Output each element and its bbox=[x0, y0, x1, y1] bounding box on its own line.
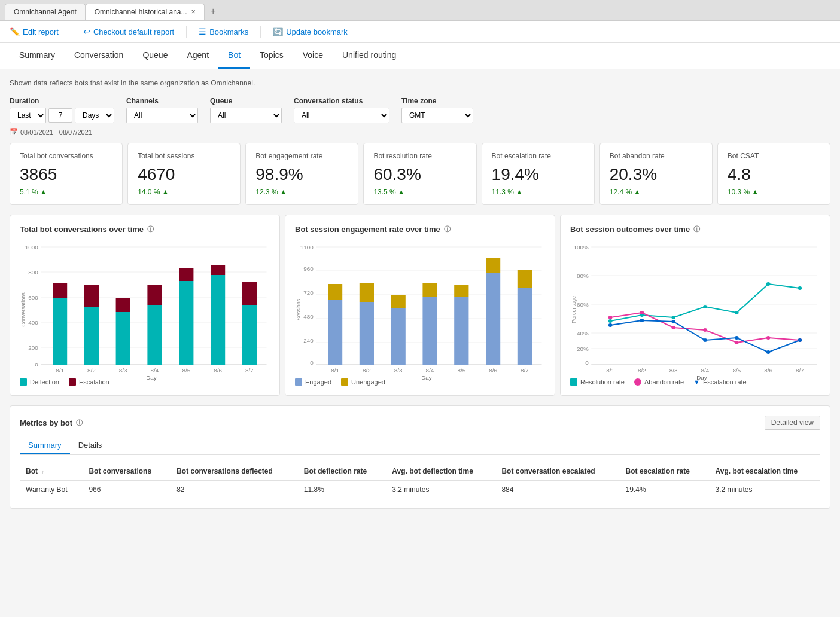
svg-point-98 bbox=[640, 319, 644, 322]
legend-abandon: Abandon rate bbox=[634, 378, 684, 386]
col-avg-escalation-time[interactable]: Avg. bot escalation time bbox=[709, 462, 820, 481]
svg-text:0: 0 bbox=[35, 361, 38, 367]
legend-color bbox=[570, 378, 577, 386]
col-escalation-rate[interactable]: Bot escalation rate bbox=[620, 462, 710, 481]
svg-text:100%: 100% bbox=[573, 244, 589, 250]
cell-escalation-rate: 19.4% bbox=[620, 481, 710, 499]
info-icon[interactable]: ⓘ bbox=[693, 225, 700, 234]
new-tab-button[interactable]: + bbox=[205, 2, 222, 20]
svg-rect-23 bbox=[211, 275, 225, 365]
info-icon[interactable]: ⓘ bbox=[444, 225, 451, 234]
kpi-total-bot-conversations: Total bot conversations 3865 5.1 % ▲ bbox=[10, 143, 123, 205]
svg-point-92 bbox=[671, 326, 675, 329]
nav-tabs: Summary Conversation Queue Agent Bot Top… bbox=[0, 43, 840, 69]
kpi-change: 14.0 % ▲ bbox=[138, 188, 230, 196]
duration-type-select[interactable]: Last bbox=[10, 108, 46, 123]
tab-omnichannel-agent[interactable]: Omnichannel Agent bbox=[5, 4, 86, 20]
tab-conversation[interactable]: Conversation bbox=[65, 43, 133, 69]
svg-rect-21 bbox=[179, 281, 193, 365]
tab-unified-routing[interactable]: Unified routing bbox=[333, 43, 406, 69]
toolbar: ✏️ Edit report ↩ Checkout default report… bbox=[0, 21, 840, 43]
kpi-bot-abandon-rate: Bot abandon rate 20.3% 12.4 % ▲ bbox=[599, 143, 713, 205]
duration-value-input[interactable] bbox=[48, 108, 72, 123]
chart-legend: Deflection Escalation bbox=[20, 378, 270, 386]
svg-text:8/3: 8/3 bbox=[394, 367, 403, 373]
tab-voice[interactable]: Voice bbox=[293, 43, 333, 69]
col-deflection-rate[interactable]: Bot deflection rate bbox=[298, 462, 386, 481]
sub-tab-details[interactable]: Details bbox=[70, 437, 111, 454]
svg-rect-24 bbox=[211, 265, 225, 275]
cell-avg-deflection-time: 3.2 minutes bbox=[386, 481, 495, 499]
col-escalated[interactable]: Bot conversation escalated bbox=[495, 462, 619, 481]
svg-point-90 bbox=[608, 316, 613, 319]
cell-deflection-rate: 11.8% bbox=[298, 481, 386, 499]
info-icon[interactable]: ⓘ bbox=[76, 419, 83, 427]
svg-text:8/3: 8/3 bbox=[119, 367, 127, 373]
checkout-icon: ↩ bbox=[83, 27, 90, 36]
svg-text:8/4: 8/4 bbox=[151, 367, 159, 373]
sub-tab-summary[interactable]: Summary bbox=[20, 437, 70, 454]
kpi-title: Bot engagement rate bbox=[255, 152, 348, 160]
refresh-icon: 🔄 bbox=[273, 27, 283, 36]
tab-summary[interactable]: Summary bbox=[10, 43, 65, 69]
col-bot[interactable]: Bot ↑ bbox=[20, 462, 83, 481]
tab-omnichannel-historical[interactable]: Omnichannel historical ana... ✕ bbox=[86, 4, 205, 20]
svg-rect-58 bbox=[486, 273, 500, 365]
bookmarks-button[interactable]: ☰ Bookmarks bbox=[199, 27, 248, 36]
svg-point-102 bbox=[766, 350, 771, 354]
tab-topics[interactable]: Topics bbox=[250, 43, 293, 69]
svg-text:720: 720 bbox=[303, 289, 314, 295]
metrics-title: Metrics by bot ⓘ bbox=[20, 419, 83, 427]
legend-unengaged: Unengaged bbox=[341, 378, 385, 386]
conversation-status-label: Conversation status bbox=[294, 97, 389, 105]
col-avg-deflection-time[interactable]: Avg. bot deflection time bbox=[386, 462, 495, 481]
chart-title: Bot session engagement rate over time ⓘ bbox=[295, 225, 545, 234]
checkout-report-label: Checkout default report bbox=[93, 28, 174, 36]
duration-unit-select[interactable]: Days bbox=[75, 108, 114, 123]
kpi-value: 20.3% bbox=[610, 165, 702, 184]
update-bookmark-label: Update bookmark bbox=[286, 28, 348, 36]
queue-label: Queue bbox=[210, 97, 282, 105]
svg-text:8/2: 8/2 bbox=[638, 367, 646, 373]
kpi-total-bot-sessions: Total bot sessions 4670 14.0 % ▲ bbox=[127, 143, 241, 205]
svg-text:8/4: 8/4 bbox=[701, 367, 710, 373]
tab-bot[interactable]: Bot bbox=[218, 43, 250, 69]
kpi-title: Total bot conversations bbox=[20, 152, 112, 160]
tab-label: Omnichannel historical ana... bbox=[95, 8, 187, 16]
close-icon[interactable]: ✕ bbox=[191, 8, 196, 15]
trend-up-icon: ▲ bbox=[40, 188, 47, 196]
tab-queue[interactable]: Queue bbox=[133, 43, 177, 69]
tab-agent[interactable]: Agent bbox=[177, 43, 218, 69]
edit-report-button[interactable]: ✏️ Edit report bbox=[10, 27, 59, 36]
kpi-value: 98.9% bbox=[255, 165, 348, 184]
svg-rect-61 bbox=[518, 270, 532, 288]
channels-filter: Channels All bbox=[126, 97, 198, 123]
detailed-view-button[interactable]: Detailed view bbox=[765, 416, 820, 430]
cell-bot-name: Warranty Bot bbox=[20, 481, 83, 499]
checkout-report-button[interactable]: ↩ Checkout default report bbox=[83, 27, 174, 36]
info-icon[interactable]: ⓘ bbox=[147, 225, 154, 234]
svg-rect-50 bbox=[360, 302, 374, 365]
svg-point-88 bbox=[766, 282, 771, 286]
chart-area: 1100 960 720 480 240 0 Sessions bbox=[295, 241, 545, 372]
channels-select[interactable]: All bbox=[126, 108, 198, 123]
svg-rect-16 bbox=[84, 285, 99, 307]
kpi-value: 4.8 bbox=[728, 165, 820, 184]
table-row: Warranty Bot 966 82 11.8% 3.2 minutes 88… bbox=[20, 481, 820, 499]
timezone-select[interactable]: GMT bbox=[401, 108, 473, 123]
conversation-status-select[interactable]: All bbox=[294, 108, 389, 123]
calendar-icon: 📅 bbox=[10, 128, 18, 136]
svg-rect-59 bbox=[486, 258, 500, 273]
svg-rect-22 bbox=[179, 268, 193, 281]
chart-title: Bot session outcomes over time ⓘ bbox=[570, 225, 820, 234]
legend-engaged: Engaged bbox=[295, 378, 331, 386]
svg-text:200: 200 bbox=[28, 344, 38, 350]
col-bot-conversations[interactable]: Bot conversations bbox=[83, 462, 171, 481]
queue-select[interactable]: All bbox=[210, 108, 282, 123]
update-bookmark-button[interactable]: 🔄 Update bookmark bbox=[273, 27, 348, 36]
col-deflected[interactable]: Bot conversations deflected bbox=[171, 462, 298, 481]
svg-text:Day: Day bbox=[421, 374, 432, 380]
svg-point-86 bbox=[703, 305, 707, 308]
trend-up-icon: ▲ bbox=[634, 188, 641, 196]
svg-text:0: 0 bbox=[585, 359, 589, 365]
